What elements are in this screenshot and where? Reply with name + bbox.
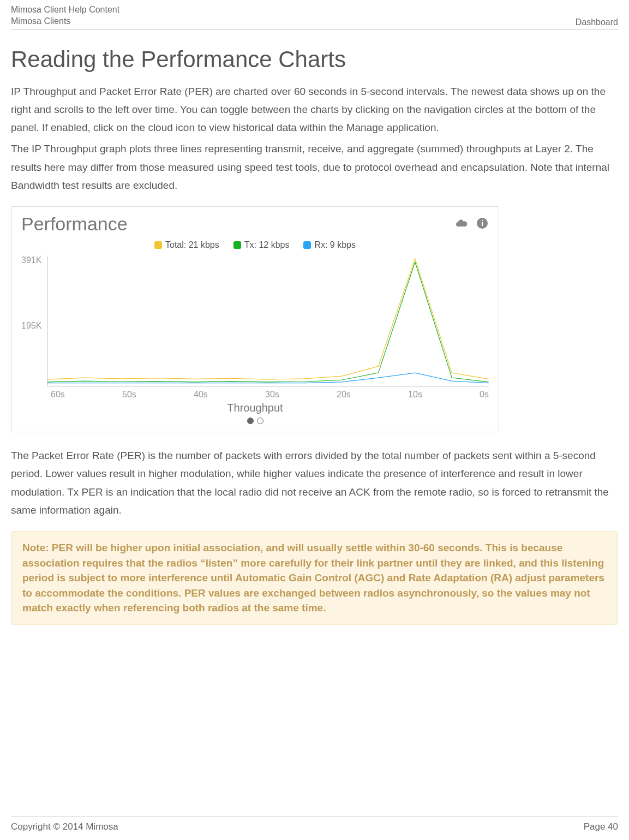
x-tick-0: 60s — [51, 390, 65, 400]
x-axis: 60s 50s 40s 30s 20s 10s 0s — [11, 386, 499, 400]
nav-dots — [11, 414, 499, 424]
x-tick-6: 0s — [480, 390, 489, 400]
page-header: Mimosa Client Help Content Mimosa Client… — [11, 0, 618, 30]
swatch-rx — [303, 241, 311, 249]
swatch-total — [154, 241, 162, 249]
x-tick-4: 20s — [337, 390, 351, 400]
panel-header: Performance — [11, 207, 499, 238]
panel-title: Performance — [21, 213, 455, 235]
nav-dot-2[interactable] — [257, 418, 263, 424]
page-footer: Copyright © 2014 Mimosa Page 40 — [11, 817, 618, 832]
y-tick-0: 391K — [21, 255, 41, 321]
x-tick-3: 30s — [265, 390, 279, 400]
footer-left: Copyright © 2014 Mimosa — [11, 821, 118, 832]
x-tick-1: 50s — [122, 390, 136, 400]
chart-svg — [47, 255, 489, 386]
chart-legend: Total: 21 kbps Tx: 12 kbps Rx: 9 kbps — [11, 238, 499, 255]
info-icon[interactable] — [476, 217, 489, 232]
y-tick-1: 195K — [21, 321, 41, 386]
x-axis-title: Throughput — [11, 400, 499, 414]
svg-rect-2 — [482, 220, 483, 221]
x-tick-5: 10s — [408, 390, 422, 400]
note-box: Note: PER will be higher upon initial as… — [11, 531, 618, 625]
footer-right: Page 40 — [584, 821, 618, 832]
chart-area — [47, 255, 489, 386]
header-line-1: Mimosa Client Help Content — [11, 4, 119, 16]
y-axis: 391K 195K — [21, 255, 47, 386]
performance-panel: Performance Total: 21 kbps Tx: 12 kbps R… — [11, 206, 499, 432]
legend-tx-label: Tx: 12 kbps — [244, 240, 290, 250]
header-line-2: Mimosa Clients — [11, 16, 119, 27]
panel-icons — [455, 217, 489, 232]
nav-dot-1[interactable] — [247, 418, 254, 424]
legend-rx: Rx: 9 kbps — [303, 240, 356, 250]
svg-rect-1 — [482, 222, 483, 226]
legend-total-label: Total: 21 kbps — [165, 240, 219, 250]
legend-tx: Tx: 12 kbps — [233, 240, 290, 250]
intro-paragraph-1: IP Throughput and Packet Error Rate (PER… — [11, 82, 618, 137]
chart-wrap: 391K 195K — [11, 255, 499, 386]
per-paragraph: The Packet Error Rate (PER) is the numbe… — [11, 446, 618, 519]
intro-paragraph-2: The IP Throughput graph plots three line… — [11, 140, 618, 194]
header-left: Mimosa Client Help Content Mimosa Client… — [11, 4, 119, 27]
header-right: Dashboard — [576, 17, 618, 27]
cloud-icon[interactable] — [455, 217, 468, 232]
swatch-tx — [233, 241, 241, 249]
page-title: Reading the Performance Charts — [11, 46, 618, 73]
legend-total: Total: 21 kbps — [154, 240, 219, 250]
x-tick-2: 40s — [194, 390, 208, 400]
legend-rx-label: Rx: 9 kbps — [314, 240, 356, 250]
